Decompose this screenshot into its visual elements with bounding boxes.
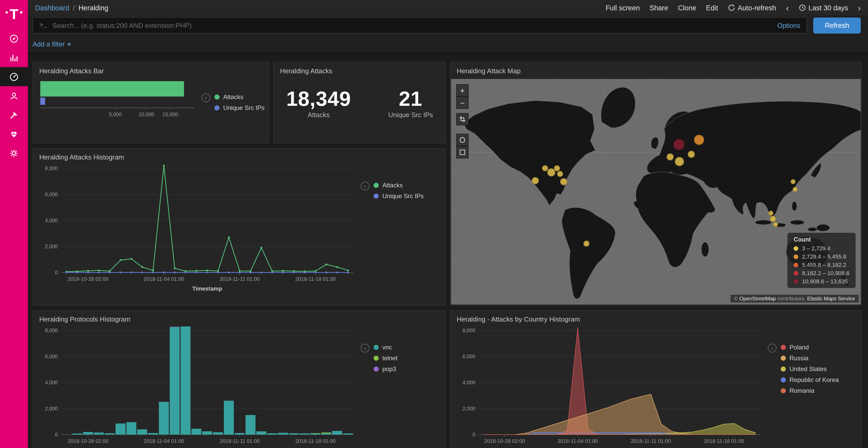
legend-label: vnc [382, 344, 392, 351]
legend-item[interactable]: Unique Src IPs [214, 104, 265, 111]
legend-label: Attacks [382, 182, 403, 189]
zoom-in-button[interactable]: + [456, 84, 469, 97]
legend-label: United States [789, 366, 827, 373]
legend-item[interactable]: telnet [374, 354, 398, 362]
svg-text:4,000: 4,000 [462, 380, 475, 385]
app-sidebar: T [0, 0, 28, 448]
panel-title[interactable]: Heralding Protocols Histogram [33, 311, 445, 324]
legend-item[interactable]: Republic of Korea [781, 376, 839, 383]
legend-expand-icon[interactable]: › [202, 94, 210, 102]
legend-dot [214, 95, 220, 100]
legend-dot [794, 271, 799, 275]
protocols-histogram-chart[interactable]: 02,0004,0006,0008,0002018-10-28 02:00201… [37, 325, 358, 448]
legend-dot [794, 263, 799, 267]
add-filter-link[interactable]: Add a filter [33, 40, 65, 48]
legend-item[interactable]: pop3 [374, 366, 398, 373]
time-range-picker[interactable]: Last 30 days [799, 4, 848, 12]
legend-item[interactable]: 5,455.8 – 8,182.2 [794, 262, 850, 268]
legend-label: telnet [382, 354, 398, 362]
panel-title[interactable]: Heralding Attacks Histogram [33, 149, 445, 162]
chart-legend: › AttacksUnique Src IPs [202, 77, 265, 111]
attacks-bar-chart[interactable]: 5,00010,00015,000 [37, 77, 198, 123]
legend-item[interactable]: Romania [781, 387, 839, 394]
legend-item[interactable]: Russia [781, 354, 839, 362]
svg-text:8,000: 8,000 [45, 328, 58, 333]
draw-rectangle-button[interactable] [456, 146, 469, 159]
panel-title[interactable]: Heralding Attacks [274, 63, 445, 76]
legend-label: Republic of Korea [789, 376, 839, 383]
panel-title[interactable]: Heralding - Attacks by Country Histogram [451, 311, 861, 324]
query-options-link[interactable]: Options [777, 22, 800, 29]
logo-dot [20, 11, 22, 13]
edit-button[interactable]: Edit [706, 4, 718, 12]
telekom-logo[interactable]: T [0, 0, 28, 29]
clock-icon [799, 4, 806, 11]
draw-polygon-button[interactable] [456, 134, 469, 146]
sidebar-item-devtools[interactable] [0, 105, 28, 125]
share-button[interactable]: Share [649, 4, 668, 12]
sidebar-item-security[interactable] [0, 86, 28, 105]
legend-item[interactable]: vnc [374, 344, 398, 351]
clone-button[interactable]: Clone [678, 4, 696, 12]
top-navbar: Dashboard / Heralding Full screen Share … [28, 0, 868, 16]
legend-dot [794, 279, 799, 284]
metric-group: 18,349 Attacks 21 Unique Src IPs [274, 87, 445, 119]
legend-expand-icon[interactable]: › [361, 182, 369, 191]
legend-item[interactable]: Attacks [374, 182, 424, 189]
ems-link[interactable]: Elastic Maps Service [807, 296, 855, 302]
zoom-out-button[interactable]: − [456, 97, 469, 109]
legend-expand-icon[interactable]: › [361, 344, 369, 352]
sidebar-item-visualize[interactable] [0, 48, 28, 67]
auto-refresh-button[interactable]: Auto-refresh [728, 4, 776, 12]
attacks-histogram-chart[interactable]: 02,0004,0006,0008,0002018-10-28 02:00201… [37, 163, 358, 293]
sidebar-item-monitoring[interactable] [0, 125, 28, 143]
breadcrumb-dashboard-link[interactable]: Dashboard [35, 4, 69, 12]
legend-item[interactable]: 3 – 2,729.4 [794, 245, 850, 251]
compass-icon [9, 33, 19, 44]
legend-label: 8,182.2 – 10,908.6 [802, 270, 850, 276]
svg-text:6,000: 6,000 [462, 353, 475, 359]
metric-label: Unique Src IPs [388, 111, 433, 119]
legend-dot [781, 356, 786, 361]
legend-item[interactable]: Poland [781, 344, 839, 351]
panel-attacks-bar: Heralding Attacks Bar 5,00010,00015,000 … [33, 62, 269, 143]
sidebar-item-management[interactable] [0, 143, 28, 163]
svg-text:2,000: 2,000 [462, 406, 475, 411]
svg-text:2,000: 2,000 [45, 244, 58, 249]
time-forward-button[interactable]: › [858, 3, 861, 12]
legend-item[interactable]: 2,729.4 – 5,455.8 [794, 253, 850, 260]
svg-text:5,000: 5,000 [109, 111, 122, 117]
panel-title[interactable]: Heralding Attack Map [451, 63, 861, 76]
svg-text:2018-11-18 01:00: 2018-11-18 01:00 [295, 276, 336, 282]
legend-dot [781, 377, 786, 382]
panel-title[interactable]: Heralding Attacks Bar [33, 63, 269, 76]
svg-text:6,000: 6,000 [45, 353, 58, 359]
navbar-actions: Full screen Share Clone Edit Auto-refres… [606, 3, 861, 12]
country-histogram-chart[interactable]: 02,0004,0006,0008,0002018-10-28 02:00201… [455, 325, 765, 448]
panel-attacks-metric: Heralding Attacks 18,349 Attacks 21 Uniq… [273, 62, 446, 143]
time-back-button[interactable]: ‹ [786, 3, 789, 12]
rectangle-icon [459, 149, 466, 156]
full-screen-button[interactable]: Full screen [606, 4, 640, 12]
plus-icon[interactable]: + [67, 40, 71, 48]
fit-bounds-button[interactable] [456, 113, 469, 126]
legend-label: 2,729.4 – 5,455.8 [802, 253, 846, 260]
legend-item[interactable]: 10,908.6 – 13,635 [794, 278, 850, 284]
map-attribution: © OpenStreetMap contributors, Elastic Ma… [731, 295, 859, 303]
legend-item[interactable]: Attacks [214, 94, 265, 101]
refresh-button[interactable]: Refresh [813, 17, 861, 33]
search-input[interactable] [52, 21, 773, 30]
metric-label: Attacks [286, 111, 351, 119]
svg-text:4,000: 4,000 [45, 380, 58, 385]
osm-link[interactable]: OpenStreetMap [739, 296, 776, 302]
map-legend: Count 3 – 2,729.42,729.4 – 5,455.85,455.… [788, 233, 856, 288]
sidebar-item-discover[interactable] [0, 29, 28, 48]
legend-expand-icon[interactable]: › [768, 344, 777, 352]
legend-item[interactable]: 8,182.2 – 10,908.6 [794, 270, 850, 276]
map-canvas[interactable]: + − Count 3 – 2,729.42,729.4 – 5,455.85,… [451, 79, 861, 305]
legend-item[interactable]: Unique Src IPs [374, 193, 424, 200]
sidebar-item-dashboard[interactable] [0, 67, 28, 86]
logo-dot [6, 11, 8, 13]
legend-item[interactable]: United States [781, 366, 839, 373]
gauge-icon [9, 71, 19, 82]
